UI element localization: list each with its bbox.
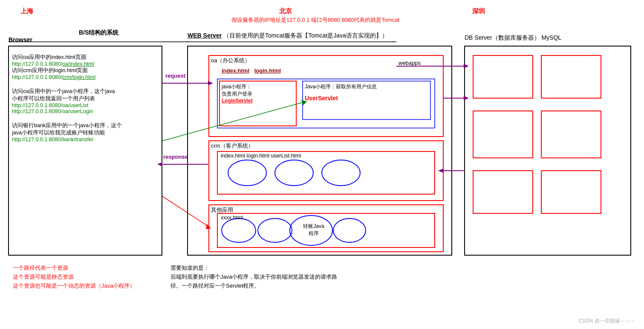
svg-line-36 <box>162 196 208 226</box>
oa-userlist-url: http://127.0.0.1:8080/oa/userList <box>12 102 159 108</box>
bottom-notes-right: 需要知道的是： 后端到底要执行哪个Java小程序，取决于你前端浏览器发送的请求路… <box>170 264 337 290</box>
svg-point-20 <box>275 160 313 186</box>
user-servlet-content: Java小程序：获取所有用户信息 UserServlet <box>305 83 377 102</box>
crm-files: index.html login.html userList.html <box>221 153 301 159</box>
oa-index-label: 访问oa应用中的index.html页面 <box>12 54 159 61</box>
crm-system-label: crm（客户系统） <box>211 142 254 150</box>
bank-java-desc: java小程序可以给我完成账户转账功能 <box>12 129 159 137</box>
svg-point-24 <box>333 218 366 242</box>
oa-system-label: oa（办公系统） <box>211 57 250 64</box>
svg-rect-15 <box>473 111 533 158</box>
svg-marker-33 <box>464 96 469 100</box>
beijing-label: 北京 <box>279 7 292 15</box>
svg-rect-9 <box>209 141 443 201</box>
svg-rect-4 <box>465 46 631 255</box>
oa-index-url: http://127.0.0.1:8080/oa/index.html <box>12 61 159 67</box>
svg-marker-35 <box>438 169 443 173</box>
shanghai-label: 上海 <box>20 7 33 15</box>
login-servlet-class: LoginServlet <box>222 98 253 104</box>
login-servlet-title: java小程序： <box>222 83 253 90</box>
svg-line-30 <box>162 102 303 141</box>
svg-marker-39 <box>464 64 469 68</box>
note-dynamic: 这个资源也可能是一个动态的资源（Java小程序） <box>13 282 135 291</box>
svg-rect-17 <box>473 171 533 213</box>
user-servlet-title: Java小程序：获取所有用户信息 <box>305 83 377 90</box>
login-servlet-desc: 负责用户登录 <box>222 90 253 98</box>
svg-marker-27 <box>208 81 213 85</box>
login-servlet-label: java小程序： 负责用户登录 LoginServlet <box>222 83 253 104</box>
request-label: request <box>165 73 185 79</box>
web-server-label: WEB Server （目前使用的是Tomcat服务器【Tomcat是Java语… <box>188 32 388 40</box>
transfer-java-label: 转账Java程序 <box>301 223 326 237</box>
svg-point-23 <box>258 218 292 242</box>
crm-login-label: 访问crm应用中的login.html页面 <box>12 67 159 74</box>
oa-index-html: index.html <box>222 67 249 74</box>
server-info-label: 假设服务器的IP地址是127.0.0.1 端口号8080 8080代表的就是To… <box>188 16 443 24</box>
note-backend: 后端到底要执行哪个Java小程序，取决于你前端浏览器发送的请求路 <box>170 273 337 282</box>
xxxx-html: xxxx.html <box>221 215 243 221</box>
svg-marker-29 <box>157 162 162 166</box>
note-servlet: 径。一个路径对应一个Servlet程序。 <box>170 282 337 291</box>
svg-rect-18 <box>541 171 601 213</box>
browser-content: 访问oa应用中的index.html页面 http://127.0.0.1:80… <box>12 50 159 143</box>
db-server-label: DB Server（数据库服务器） MySQL <box>465 34 561 42</box>
browser-label: Browser <box>9 36 32 43</box>
shenzhen-label: 深圳 <box>472 7 485 15</box>
crm-login-url: http://127.0.0.1:8080/crm/login.html <box>12 74 159 80</box>
response-label: response <box>163 154 188 160</box>
bs-structure-label: B/S结构的系统 <box>79 29 118 37</box>
note-need-know: 需要知道的是： <box>170 264 337 273</box>
oa-login-html: login.html <box>254 67 281 74</box>
web-server-underline: WEB Server <box>188 32 222 39</box>
webapps-label: webapps <box>399 60 421 66</box>
note-static: 这个资源可能是静态资源 <box>13 273 135 282</box>
svg-point-19 <box>228 160 266 186</box>
other-apps-label: 其他应用 <box>211 206 233 214</box>
svg-marker-37 <box>206 224 211 229</box>
bottom-notes-left: 一个路径代表一个资源 这个资源可能是静态资源 这个资源也可能是一个动态的资源（J… <box>13 264 135 290</box>
user-servlet-class: UserServlet <box>305 95 377 102</box>
footer: CSDN @一切随缘～～～ <box>578 317 635 325</box>
svg-rect-14 <box>541 55 601 98</box>
oa-java-desc: 小程序可以给我返回一个用户列表 <box>12 95 159 102</box>
svg-rect-16 <box>541 111 601 158</box>
web-server-desc: （目前使用的是Tomcat服务器【Tomcat是Java语言实现的】） <box>223 32 388 39</box>
note-path: 一个路径代表一个资源 <box>13 264 135 273</box>
oa-java-label: 访问oa应用中的一个java小程序，这个java <box>12 88 159 95</box>
bank-java-label: 访问银行bank应用中的一个java小程序，这个 <box>12 122 159 129</box>
svg-rect-13 <box>473 55 533 98</box>
bank-transfer-url: http://127.0.0.1:8080/bank/transfer <box>12 137 159 143</box>
svg-point-22 <box>222 218 256 242</box>
oa-files: index.html login.html <box>222 67 281 74</box>
oa-userlogin-url: http://127.0.0.1:8080/oa/userLogin <box>12 108 159 114</box>
svg-point-21 <box>322 160 360 186</box>
